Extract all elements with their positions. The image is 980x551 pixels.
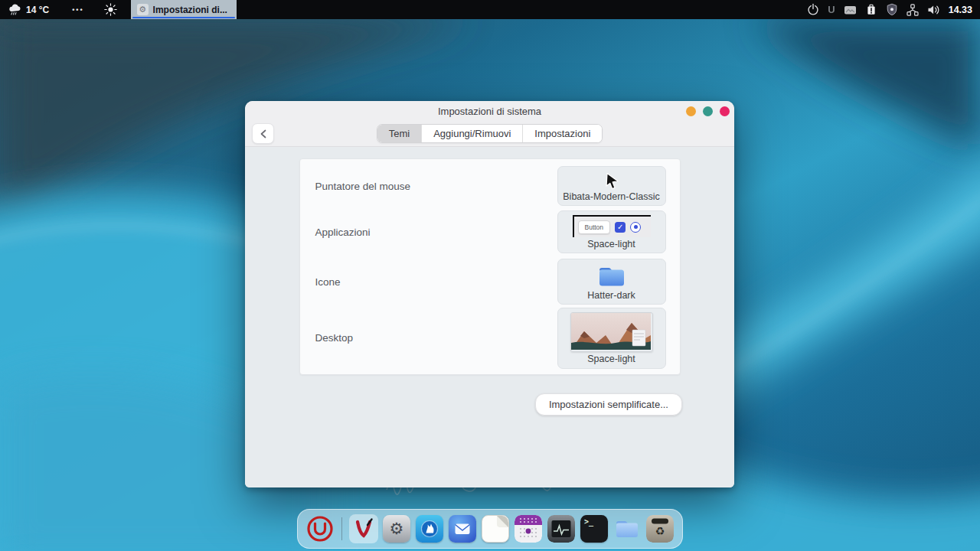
icon-theme-name: Hatter-dark <box>587 291 635 301</box>
mountain-wallpaper-preview <box>571 313 651 350</box>
file-manager-folder-icon <box>613 515 641 543</box>
taskbar-window-tab[interactable]: ⚙ Impostazioni di... <box>131 0 237 19</box>
row-label: Desktop <box>315 332 354 344</box>
icon-theme-tile[interactable]: Hatter-dark <box>557 259 666 305</box>
rain-cloud-icon <box>8 3 22 16</box>
preview-checkbox: ✓ <box>615 222 626 233</box>
settings-window: Impostazioni di sistema Temi Aggiungi/Ri… <box>245 101 734 487</box>
dock-file-manager[interactable] <box>612 514 642 543</box>
simplified-settings-button[interactable]: Impostazioni semplificate... <box>535 393 682 416</box>
wolf-browser-icon <box>416 515 443 543</box>
window-controls <box>686 106 730 116</box>
weather-temperature: 14 °C <box>26 5 49 15</box>
tab-temi[interactable]: Temi <box>377 125 422 142</box>
screenshot-tray-icon[interactable] <box>844 4 857 16</box>
themes-card: Puntatore del mouse Bibata-Modern-Classi… <box>299 158 681 375</box>
power-icon[interactable] <box>807 3 819 16</box>
cursor-arrow-icon <box>603 172 620 190</box>
settings-content: Puntatore del mouse Bibata-Modern-Classi… <box>245 147 734 487</box>
window-toolbar: Temi Aggiungi/Rimuovi Impostazioni <box>245 121 734 147</box>
dock-terminal[interactable]: >_ <box>580 514 609 543</box>
gear-icon: ⚙ <box>383 515 410 543</box>
mouse-pointer-row: Puntatore del mouse Bibata-Modern-Classi… <box>300 165 680 208</box>
dock: ⚙ <box>297 509 683 549</box>
preview-button: Button <box>578 220 611 234</box>
dock-separator <box>341 517 342 540</box>
brightness-icon[interactable] <box>104 3 117 16</box>
mail-envelope-icon <box>449 515 476 543</box>
dock-system-monitor[interactable] <box>547 514 576 543</box>
chevron-left-icon <box>260 129 267 139</box>
window-titlebar[interactable]: Impostazioni di sistema <box>245 101 734 121</box>
dock-librewolf-browser[interactable] <box>415 514 444 543</box>
row-label: Applicazioni <box>315 227 371 238</box>
row-label: Icone <box>315 276 341 288</box>
dock-text-document[interactable] <box>481 514 510 543</box>
taskbar-tab-label: Impostazioni di... <box>153 5 227 15</box>
icons-theme-row: Icone Hatter-dark <box>300 256 680 308</box>
desktop-theme-name: Space-light <box>587 354 635 364</box>
close-button[interactable] <box>720 106 730 116</box>
terminal-prompt-glyph: >_ <box>584 517 593 526</box>
calendar-icon <box>514 515 542 543</box>
red-swoosh-pen-icon <box>350 515 377 543</box>
desktop-theme-row: Desktop <box>300 308 680 370</box>
security-shield-icon[interactable] <box>886 3 898 16</box>
dock-control-center[interactable]: ⚙ <box>382 514 411 543</box>
row-label: Puntatore del mouse <box>315 181 411 192</box>
dock-trash[interactable]: ♻ <box>645 514 675 543</box>
maximize-button[interactable] <box>703 106 713 116</box>
applications-theme-row: Applicazioni Button ✓ Space-light <box>300 208 680 256</box>
application-theme-tile[interactable]: Button ✓ Space-light <box>557 210 666 253</box>
cursor-theme-name: Bibata-Modern-Classic <box>563 192 659 202</box>
dock-app-launcher[interactable] <box>305 514 335 543</box>
settings-gear-icon: ⚙ <box>137 4 149 15</box>
minimize-button[interactable] <box>686 106 696 116</box>
tab-impostazioni[interactable]: Impostazioni <box>523 125 602 142</box>
ubuntu-tray-icon[interactable]: U <box>828 4 835 15</box>
document-icon <box>482 515 509 543</box>
clock[interactable]: 14.33 <box>949 5 972 15</box>
dock-draw-pen-app[interactable] <box>349 514 378 543</box>
back-button[interactable] <box>252 123 274 144</box>
volume-icon[interactable] <box>927 4 940 16</box>
dock-thunderbird-mail[interactable] <box>448 514 477 543</box>
sun-icon <box>104 3 117 16</box>
tab-aggiungi-rimuovi[interactable]: Aggiungi/Rimuovi <box>422 125 523 142</box>
active-tab-indicator <box>132 17 235 19</box>
desktop-theme-tile[interactable]: Space-light <box>557 308 666 369</box>
recycle-icon: ♻ <box>646 525 674 537</box>
weather-widget[interactable]: 14 °C <box>8 3 49 16</box>
package-update-icon[interactable] <box>865 3 877 16</box>
preview-radio <box>630 222 641 233</box>
settings-tab-bar: Temi Aggiungi/Rimuovi Impostazioni <box>377 124 603 143</box>
terminal-icon: >_ <box>580 515 608 543</box>
top-menu-bar: 14 °C ••• ⚙ Impostazioni di... U <box>0 0 980 19</box>
widget-theme-preview: Button ✓ <box>573 215 651 237</box>
desktop-screen: 14 °C ••• ⚙ Impostazioni di... U <box>0 0 980 551</box>
dock-calendar[interactable] <box>514 514 543 543</box>
launcher-u-logo-icon <box>306 515 334 543</box>
network-share-icon[interactable] <box>906 4 919 16</box>
page-fold <box>497 516 508 527</box>
application-theme-name: Space-light <box>587 240 635 249</box>
overflow-menu-icon[interactable]: ••• <box>72 6 83 14</box>
folder-icon <box>597 264 626 289</box>
cursor-theme-tile[interactable]: Bibata-Modern-Classic <box>557 166 666 206</box>
window-title: Impostazioni di sistema <box>438 106 541 117</box>
system-monitor-icon <box>547 515 575 543</box>
wallpaper-thumbnail <box>570 312 653 352</box>
